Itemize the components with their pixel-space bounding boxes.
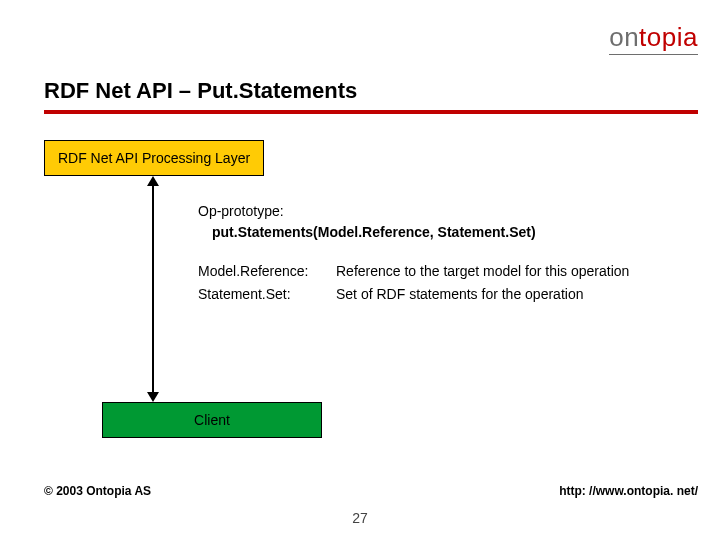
box-client-label: Client — [194, 412, 230, 428]
body-text: Op-prototype: put.Statements(Model.Refer… — [198, 202, 690, 304]
copyright: © 2003 Ontopia AS — [44, 484, 151, 498]
title-rule — [44, 110, 698, 114]
box-client: Client — [102, 402, 322, 438]
param-name: Statement.Set: — [198, 285, 328, 304]
page-title: RDF Net API – Put.Statements — [44, 78, 357, 104]
box-processing-layer: RDF Net API Processing Layer — [44, 140, 264, 176]
param-table: Model.Reference: Reference to the target… — [198, 262, 690, 304]
logo-part1: on — [609, 22, 639, 52]
slide: ontopia RDF Net API – Put.Statements RDF… — [0, 0, 720, 540]
param-desc: Set of RDF statements for the operation — [336, 285, 690, 304]
arrow-down-icon — [147, 392, 159, 402]
footer-url: http: //www.ontopia. net/ — [559, 484, 698, 498]
page-number: 27 — [0, 510, 720, 526]
prototype-signature: put.Statements(Model.Reference, Statemen… — [212, 223, 690, 242]
param-desc: Reference to the target model for this o… — [336, 262, 690, 281]
param-name: Model.Reference: — [198, 262, 328, 281]
box-processing-layer-label: RDF Net API Processing Layer — [58, 150, 250, 166]
logo-part2: topia — [639, 22, 698, 52]
logo: ontopia — [609, 22, 698, 53]
arrow-shaft — [152, 178, 154, 400]
prototype-label: Op-prototype: — [198, 202, 690, 221]
logo-underline — [609, 54, 698, 55]
